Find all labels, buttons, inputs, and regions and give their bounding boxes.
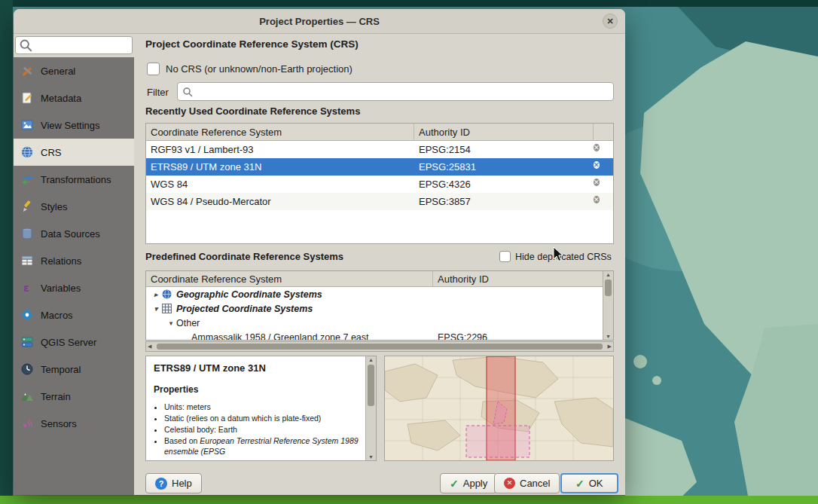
- tree-row-projected[interactable]: ▾ Projected Coordinate Systems: [146, 301, 613, 316]
- column-header-crs[interactable]: Coordinate Reference System: [146, 124, 414, 140]
- no-crs-label: No CRS (or unknown/non-Earth projection): [166, 63, 353, 75]
- scroll-down-icon[interactable]: ▼: [603, 334, 613, 339]
- horizontal-scrollbar[interactable]: ◀ ▶: [145, 341, 614, 352]
- sidebar-item-label: QGIS Server: [41, 337, 96, 348]
- table-row-selected[interactable]: ETRS89 / UTM zone 31N EPSG:25831 ✕: [146, 158, 613, 176]
- properties-heading: Properties: [154, 384, 362, 395]
- authority-cell: EPSG:3857: [414, 193, 594, 210]
- column-header-authority[interactable]: Authority ID: [414, 124, 594, 140]
- taskbar-strip: [0, 496, 818, 504]
- expand-icon[interactable]: ▸: [151, 291, 161, 298]
- sidebar-search-input[interactable]: [35, 39, 129, 51]
- globe-icon: [161, 289, 172, 300]
- table-row[interactable]: RGF93 v1 / Lambert-93 EPSG:2154 ✕: [146, 141, 613, 158]
- window-top-edge: [0, 0, 818, 7]
- search-icon: [19, 38, 32, 52]
- remove-crs-icon[interactable]: ✕: [594, 179, 600, 186]
- sidebar-item-styles[interactable]: Styles: [14, 193, 134, 220]
- variables-epsilon-icon: ε: [20, 281, 34, 295]
- scrollbar-thumb[interactable]: [605, 279, 612, 296]
- sidebar-item-temporal[interactable]: Temporal: [14, 356, 134, 383]
- property-item: Static (relies on a datum which is plate…: [164, 414, 362, 424]
- sidebar-item-metadata[interactable]: Metadata: [14, 84, 134, 111]
- cancel-button[interactable]: ✕ Cancel: [494, 473, 560, 493]
- tree-row-label: Ammassalik 1958 / Greenland zone 7 east: [191, 332, 369, 341]
- tree-row-crs-entry[interactable]: Ammassalik 1958 / Greenland zone 7 east …: [146, 330, 613, 341]
- sidebar-search-box[interactable]: [15, 36, 133, 54]
- settings-sidebar: General Metadata View Settings: [14, 33, 134, 495]
- help-button-label: Help: [172, 478, 192, 489]
- remove-crs-icon[interactable]: ✕: [594, 196, 600, 203]
- ok-button[interactable]: ✓ OK: [560, 473, 618, 493]
- scrollbar-thumb[interactable]: [157, 344, 603, 350]
- authority-cell: EPSG:2154: [414, 141, 594, 158]
- clock-icon: [20, 362, 34, 376]
- sidebar-item-view-settings[interactable]: View Settings: [14, 111, 134, 139]
- remove-crs-icon[interactable]: ✕: [594, 161, 600, 169]
- extent-preview-graphic: [385, 356, 613, 460]
- hide-deprecated-checkbox[interactable]: [499, 251, 511, 262]
- vertical-scrollbar[interactable]: ▲ ▼: [603, 271, 613, 340]
- remove-crs-icon[interactable]: ✕: [594, 144, 600, 151]
- recent-table-header: Coordinate Reference System Authority ID: [146, 124, 613, 141]
- grid-icon: [161, 303, 172, 314]
- check-icon: ✓: [450, 478, 459, 490]
- transform-arrows-icon: [20, 173, 34, 186]
- scroll-left-icon[interactable]: ◀: [148, 344, 151, 350]
- search-icon: [182, 87, 193, 97]
- table-row[interactable]: WGS 84 EPSG:4326 ✕: [146, 176, 613, 193]
- sidebar-item-label: Terrain: [41, 391, 71, 402]
- sidebar-item-general[interactable]: General: [14, 57, 134, 84]
- sidebar-item-label: CRS: [41, 147, 61, 158]
- scroll-down-icon[interactable]: ▼: [366, 454, 376, 460]
- image-icon: [20, 118, 34, 132]
- wrench-hammer-icon: [20, 64, 34, 78]
- sidebar-item-data-sources[interactable]: Data Sources: [14, 220, 134, 247]
- crs-filter-input[interactable]: [197, 86, 609, 98]
- apply-button-label: Apply: [463, 478, 488, 489]
- authority-cell: [433, 301, 613, 316]
- sidebar-item-crs[interactable]: CRS: [14, 139, 134, 166]
- sidebar-item-sensors[interactable]: Sensors: [14, 410, 134, 437]
- filter-label: Filter: [147, 87, 169, 98]
- vertical-scrollbar[interactable]: ▲ ▼: [365, 356, 376, 460]
- close-icon[interactable]: ✕: [603, 14, 618, 29]
- help-button[interactable]: ? Help: [145, 473, 202, 493]
- cancel-button-label: Cancel: [520, 478, 550, 489]
- sidebar-item-qgis-server[interactable]: QGIS Server: [14, 328, 134, 356]
- crs-filter-box[interactable]: [177, 82, 614, 101]
- sidebar-item-label: Metadata: [41, 93, 81, 104]
- sidebar-item-variables[interactable]: ε Variables: [14, 274, 134, 301]
- sidebar-item-macros[interactable]: Macros: [14, 301, 134, 328]
- collapse-icon[interactable]: ▾: [166, 319, 176, 327]
- scroll-up-icon[interactable]: ▲: [366, 357, 376, 362]
- sidebar-item-relations[interactable]: Relations: [14, 247, 134, 274]
- no-crs-checkbox[interactable]: [147, 63, 160, 75]
- column-header-crs[interactable]: Coordinate Reference System: [146, 271, 433, 286]
- sidebar-item-label: Sensors: [41, 418, 77, 429]
- collapse-icon[interactable]: ▾: [151, 305, 161, 313]
- tree-row-other[interactable]: ▾ Other: [146, 316, 613, 330]
- tree-row-geographic[interactable]: ▸ Geographic Coordinate Systems: [146, 287, 613, 301]
- authority-cell: EPSG:4326: [414, 176, 594, 193]
- globe-crs-icon: [20, 145, 34, 159]
- selected-crs-title: ETRS89 / UTM zone 31N: [154, 362, 362, 374]
- qgis-left-panel-edge: [0, 0, 13, 504]
- scrollbar-thumb[interactable]: [368, 365, 374, 406]
- dialog-titlebar[interactable]: Project Properties — CRS ✕: [14, 9, 625, 34]
- svg-text:ε: ε: [23, 282, 29, 294]
- authority-cell: EPSG:25831: [414, 158, 594, 176]
- sidebar-item-label: Relations: [41, 255, 81, 267]
- relations-table-icon: [20, 254, 34, 267]
- server-icon: [20, 335, 34, 349]
- crs-extent-preview-map: [384, 356, 614, 461]
- apply-button[interactable]: ✓ Apply: [440, 473, 497, 493]
- scroll-right-icon[interactable]: ▶: [608, 344, 612, 350]
- sidebar-item-label: Transformations: [41, 174, 111, 185]
- sidebar-item-terrain[interactable]: Terrain: [14, 383, 134, 410]
- scroll-up-icon[interactable]: ▲: [603, 272, 613, 277]
- column-header-authority[interactable]: Authority ID: [433, 271, 613, 286]
- sidebar-item-transformations[interactable]: Transformations: [14, 166, 134, 193]
- tree-row-label: Geographic Coordinate Systems: [176, 289, 322, 300]
- table-row[interactable]: WGS 84 / Pseudo-Mercator EPSG:3857 ✕: [146, 193, 613, 210]
